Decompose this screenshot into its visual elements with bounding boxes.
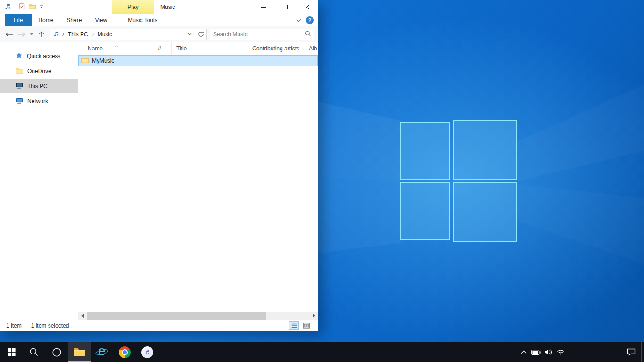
file-explorer-window: Play Music File Home Share View Music To…: [0, 0, 318, 331]
contextual-tab-group-play[interactable]: Play: [112, 0, 154, 14]
file-rows: MyMusic: [78, 55, 318, 312]
search-box[interactable]: [210, 29, 314, 40]
search-input[interactable]: [213, 31, 305, 38]
address-dropdown-chevron-icon[interactable]: [185, 29, 194, 40]
chrome-white-ring: [122, 349, 128, 355]
breadcrumb-chevron-icon: [91, 32, 94, 36]
show-desktop-button[interactable]: [641, 342, 644, 362]
sidebar-item-label: Network: [27, 98, 48, 105]
navigation-toolbar: This PC Music: [0, 26, 318, 42]
sort-ascending-caret-icon: [114, 42, 119, 49]
tab-view[interactable]: View: [88, 14, 114, 26]
status-bar: 1 item 1 item selected: [0, 320, 318, 331]
ie-letter-glyph: e: [98, 345, 105, 358]
scroll-left-arrow-icon[interactable]: [78, 312, 86, 320]
itunes-icon[interactable]: [136, 342, 158, 362]
new-folder-icon[interactable]: [29, 4, 36, 11]
properties-check-icon[interactable]: [18, 3, 25, 11]
column-header-album[interactable]: Alb: [305, 42, 318, 55]
start-button[interactable]: [0, 342, 23, 362]
column-header-contributing-artists[interactable]: Contributing artists: [248, 42, 305, 55]
action-center-icon[interactable]: [621, 342, 641, 362]
file-row-label: MyMusic: [92, 58, 114, 64]
back-button[interactable]: [3, 28, 15, 41]
quick-access-toolbar: [0, 3, 44, 11]
large-icons-view-button[interactable]: [301, 321, 312, 330]
sidebar-item-label: OneDrive: [27, 68, 51, 74]
column-header-title[interactable]: Title: [172, 42, 248, 55]
horizontal-scrollbar[interactable]: [78, 312, 318, 320]
sidebar-item-this-pc[interactable]: This PC: [0, 79, 78, 93]
customize-toolbar-chevron-icon[interactable]: [39, 4, 44, 10]
breadcrumb-this-pc[interactable]: This PC: [67, 31, 89, 38]
breadcrumb-music[interactable]: Music: [97, 31, 113, 38]
ribbon-right-controls: ?: [296, 14, 318, 26]
chrome-icon[interactable]: [113, 342, 136, 362]
network-icon: [16, 98, 23, 106]
address-bar[interactable]: This PC Music: [50, 29, 207, 40]
taskbar-search-icon[interactable]: [23, 342, 45, 362]
column-headers: Name # Title Contributing artists Alb: [78, 42, 318, 55]
scrollbar-thumb[interactable]: [87, 312, 266, 320]
ribbon-tab-row: File Home Share View Music Tools ?: [0, 14, 318, 26]
tab-home[interactable]: Home: [32, 14, 60, 26]
wifi-network-icon[interactable]: [554, 342, 567, 362]
close-button[interactable]: [296, 0, 318, 14]
sidebar-item-label: Quick access: [27, 53, 60, 59]
sidebar-item-label: This PC: [27, 83, 48, 90]
caption-buttons: [253, 0, 318, 14]
sidebar-item-network[interactable]: Network: [0, 94, 78, 108]
maximize-button[interactable]: [274, 0, 296, 14]
star-icon: [16, 52, 23, 60]
details-view-button[interactable]: [289, 321, 299, 330]
tray-chevron-up-icon[interactable]: [518, 342, 530, 362]
forward-button[interactable]: [16, 28, 27, 41]
computer-icon: [16, 82, 23, 90]
title-bar: Play Music: [0, 0, 318, 14]
help-icon[interactable]: ?: [306, 16, 314, 24]
file-list-pane: Name # Title Contributing artists Alb My…: [78, 42, 318, 320]
refresh-icon[interactable]: [197, 29, 206, 40]
view-toggles: [289, 321, 312, 330]
window-title: Music: [160, 0, 175, 14]
breadcrumb-music-icon: [53, 31, 59, 38]
window-content: Quick access OneDrive This PC Network: [0, 42, 318, 320]
itunes-circle: [141, 346, 153, 358]
battery-icon[interactable]: [530, 342, 542, 362]
onedrive-folder-icon: [16, 67, 23, 75]
system-tray: [518, 342, 644, 362]
chrome-blue-center: [123, 350, 127, 354]
selection-count-text: 1 item selected: [31, 322, 69, 329]
scroll-right-arrow-icon[interactable]: [310, 312, 318, 320]
folder-icon: [81, 57, 89, 65]
navigation-pane: Quick access OneDrive This PC Network: [0, 42, 78, 320]
column-header-number[interactable]: #: [154, 42, 172, 55]
file-row-mymusic[interactable]: MyMusic: [78, 55, 318, 66]
tab-share[interactable]: Share: [60, 14, 88, 26]
recent-locations-chevron-icon[interactable]: [28, 28, 35, 41]
toolbar-separator: [15, 4, 15, 10]
minimize-button[interactable]: [253, 0, 274, 14]
sidebar-item-quick-access[interactable]: Quick access: [0, 49, 78, 63]
search-icon[interactable]: [305, 31, 311, 38]
app-music-icon[interactable]: [4, 3, 11, 11]
item-count-text: 1 item: [6, 322, 22, 329]
taskbar-file-explorer-button[interactable]: [68, 342, 91, 362]
expand-ribbon-chevron-icon[interactable]: [296, 17, 301, 24]
sidebar-item-onedrive[interactable]: OneDrive: [0, 64, 78, 78]
tab-music-tools[interactable]: Music Tools: [121, 14, 164, 26]
cortana-icon[interactable]: [45, 342, 68, 362]
breadcrumb-chevron-icon: [62, 32, 65, 36]
chrome-circle: [119, 346, 131, 358]
volume-icon[interactable]: [542, 342, 554, 362]
taskbar: e: [0, 342, 644, 362]
internet-explorer-icon[interactable]: e: [91, 342, 113, 362]
tab-file[interactable]: File: [5, 14, 32, 26]
up-button[interactable]: [36, 28, 47, 41]
